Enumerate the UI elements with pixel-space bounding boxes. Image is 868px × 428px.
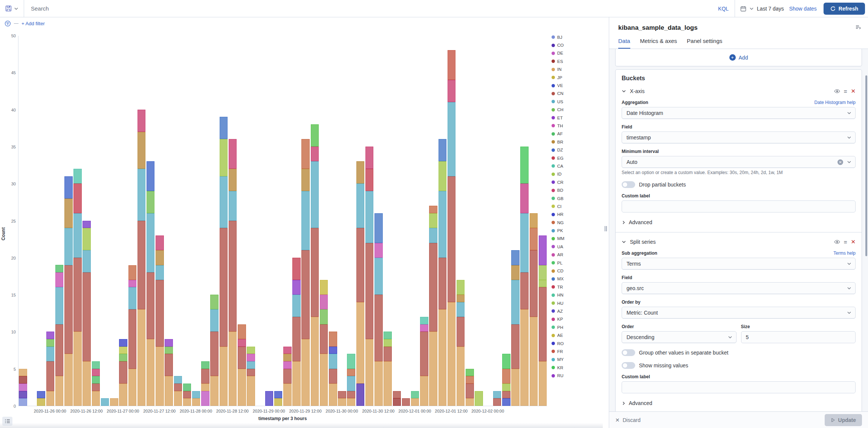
bar-segment-EG[interactable] <box>73 183 82 213</box>
bar-segment-US[interactable] <box>292 295 301 317</box>
bar-segment-US[interactable] <box>365 191 374 243</box>
bar-segment-US[interactable] <box>247 361 255 369</box>
bar-segment-MX[interactable] <box>374 213 383 243</box>
bar-segment-CN[interactable] <box>283 369 292 384</box>
bar-segment-IN[interactable] <box>210 376 219 406</box>
bar-segment-IN[interactable] <box>420 376 428 406</box>
show-dates-button[interactable]: Show dates <box>789 6 817 12</box>
bar-segment-TH[interactable] <box>283 361 292 369</box>
bar-segment-IN[interactable] <box>19 369 27 376</box>
bar-segment-US[interactable] <box>448 102 456 176</box>
aggregation-select[interactable]: Date Histogram <box>622 107 856 119</box>
bar-segment-BD[interactable] <box>156 235 164 250</box>
bar-segment-BD[interactable] <box>92 369 100 376</box>
bar-segment-IN[interactable] <box>466 398 474 406</box>
bar-segment-IN[interactable] <box>110 398 118 406</box>
bar-segment-IN[interactable] <box>411 398 419 406</box>
bar-segment-ID[interactable] <box>457 280 465 295</box>
bar-segment-ID[interactable] <box>475 391 483 406</box>
bar-segment-CN[interactable] <box>502 391 510 399</box>
legend-item-AR[interactable]: AR <box>552 251 564 259</box>
custom-label-input[interactable] <box>622 200 856 212</box>
bar-segment-US[interactable] <box>520 213 529 272</box>
legend-item-TR[interactable]: TR <box>552 283 564 291</box>
saved-query-menu[interactable] <box>0 0 24 17</box>
bar-segment-US[interactable] <box>73 213 82 258</box>
bar-segment-BD[interactable] <box>311 147 319 161</box>
bar-segment-CD[interactable] <box>530 213 538 228</box>
bar-segment-BD[interactable] <box>238 339 246 347</box>
bar-segment-CN[interactable] <box>238 347 246 369</box>
legend-item-CO[interactable]: CO <box>552 41 564 49</box>
bar-segment-AF[interactable] <box>201 361 209 369</box>
bar-segment-VE[interactable] <box>502 398 510 406</box>
size-input[interactable] <box>741 331 856 343</box>
bar-segment-CA[interactable] <box>73 169 82 183</box>
bar-segment-CN[interactable] <box>73 258 82 332</box>
bar-segment-IN[interactable] <box>530 317 538 406</box>
bar-segment-CN[interactable] <box>128 309 137 368</box>
bar-segment-BD[interactable] <box>229 139 237 169</box>
legend-item-MX[interactable]: MX <box>552 275 564 283</box>
bar-segment-CN[interactable] <box>374 295 383 361</box>
bar-segment-NG[interactable] <box>301 139 310 169</box>
bar-segment-HU[interactable] <box>539 265 547 280</box>
bar-segment-BR[interactable] <box>457 295 465 302</box>
bar-segment-IN[interactable] <box>301 339 310 406</box>
bar-segment-CN[interactable] <box>530 250 538 317</box>
bar-segment-NG[interactable] <box>502 369 510 384</box>
legend-item-RO[interactable]: RO <box>552 339 564 347</box>
bar-segment-CH[interactable] <box>210 295 219 309</box>
bar-segment-DZ[interactable] <box>147 161 155 191</box>
legend-item-JP[interactable]: JP <box>552 73 564 81</box>
bar-segment-GB[interactable] <box>92 361 100 369</box>
bar-segment-CR[interactable] <box>83 221 91 228</box>
bar-segment-CH[interactable] <box>46 339 55 347</box>
bar-segment-IN[interactable] <box>192 398 200 406</box>
bar-segment-CI[interactable] <box>119 347 127 354</box>
bar-segment-BR[interactable] <box>301 169 310 191</box>
date-picker[interactable]: Last 7 days <box>735 6 789 12</box>
bar-segment-IN[interactable] <box>55 376 64 406</box>
bar-segment-KR[interactable] <box>520 147 529 183</box>
bar-segment-US[interactable] <box>229 191 237 221</box>
bar-segment-TH[interactable] <box>128 280 137 287</box>
drop-partial-buckets-toggle[interactable]: Drop partial buckets <box>622 181 856 188</box>
bar-segment-ID[interactable] <box>539 280 547 287</box>
remove-bucket-icon[interactable]: ✕ <box>851 238 856 245</box>
field-select[interactable]: timestamp <box>622 131 856 144</box>
bar-segment-US[interactable] <box>439 191 447 258</box>
bar-segment-NG[interactable] <box>238 324 246 339</box>
bar-segment-DE[interactable] <box>19 384 27 391</box>
discard-button[interactable]: ✕ Discard <box>615 417 640 423</box>
bar-segment-EG[interactable] <box>365 169 374 191</box>
bar-segment-CN[interactable] <box>156 280 164 347</box>
bar-segment-IN[interactable] <box>229 332 237 406</box>
split-series-advanced-accordion[interactable]: Advanced <box>622 400 856 406</box>
bar-segment-IN[interactable] <box>183 398 191 406</box>
bar-segment-IN[interactable] <box>329 384 337 406</box>
bar-segment-IN[interactable] <box>147 339 155 406</box>
bar-segment-TH[interactable] <box>55 272 64 287</box>
eye-icon[interactable] <box>834 239 840 245</box>
bar-segment-ES[interactable] <box>393 398 401 406</box>
bar-segment-US[interactable] <box>429 228 437 243</box>
bar-segment-EG[interactable] <box>292 258 301 280</box>
bar-segment-ID[interactable] <box>83 228 91 250</box>
legend-item-PK[interactable]: PK <box>552 226 564 234</box>
bar-segment-ET[interactable] <box>165 339 173 347</box>
bar-segment-IN[interactable] <box>448 302 456 406</box>
bar-segment-IN[interactable] <box>384 361 392 406</box>
bar-segment-TH[interactable] <box>420 324 428 332</box>
bar-segment-JP[interactable] <box>274 398 283 406</box>
bar-segment-ID[interactable] <box>439 161 447 191</box>
bar-segment-CN[interactable] <box>201 369 209 384</box>
bar-segment-NG[interactable] <box>347 369 355 376</box>
bar-segment-CN[interactable] <box>466 384 474 398</box>
bar-segment-US[interactable] <box>511 280 520 324</box>
bar-segment-CH[interactable] <box>320 309 328 324</box>
bar-segment-US[interactable] <box>174 376 182 384</box>
bar-segment-CN[interactable] <box>356 228 365 302</box>
bar-segment-AR[interactable] <box>320 295 328 309</box>
bar-segment-CN[interactable] <box>174 384 182 391</box>
